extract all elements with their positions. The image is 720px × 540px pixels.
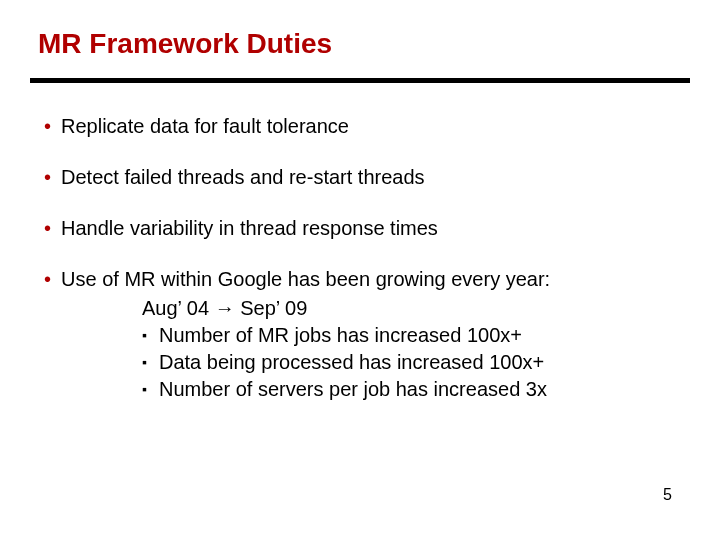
sub-bullet-text: Number of MR jobs has increased 100x+: [159, 323, 522, 348]
page-number: 5: [663, 486, 672, 504]
sub-bullet-item: ▪ Data being processed has increased 100…: [142, 350, 680, 375]
bullet-item: • Detect failed threads and re-start thr…: [44, 165, 680, 190]
bullet-dot-icon: •: [44, 114, 51, 139]
square-bullet-icon: ▪: [142, 350, 147, 375]
slide: MR Framework Duties • Replicate data for…: [0, 0, 720, 540]
bullet-text: Handle variability in thread response ti…: [61, 216, 680, 241]
bullet-text: Detect failed threads and re-start threa…: [61, 165, 680, 190]
sub-bullet-text: Data being processed has increased 100x+: [159, 350, 544, 375]
bullet-dot-icon: •: [44, 216, 51, 241]
bullet-item: • Handle variability in thread response …: [44, 216, 680, 241]
sub-bullet-text: Number of servers per job has increased …: [159, 377, 547, 402]
bullet-item: • Replicate data for fault tolerance: [44, 114, 680, 139]
sub-bullet-item: ▪ Number of servers per job has increase…: [142, 377, 680, 402]
bullet-text: Use of MR within Google has been growing…: [61, 267, 680, 292]
sub-bullet-item: ▪ Number of MR jobs has increased 100x+: [142, 323, 680, 348]
bullet-dot-icon: •: [44, 165, 51, 190]
bullet-item: • Use of MR within Google has been growi…: [44, 267, 680, 292]
bullet-dot-icon: •: [44, 267, 51, 292]
bullet-text: Replicate data for fault tolerance: [61, 114, 680, 139]
square-bullet-icon: ▪: [142, 323, 147, 348]
sub-bullet-dateline: Aug’ 04 → Sep’ 09: [142, 296, 680, 321]
title-divider: [30, 78, 690, 83]
slide-body: • Replicate data for fault tolerance • D…: [44, 114, 680, 404]
square-bullet-icon: ▪: [142, 377, 147, 402]
sub-bullet-list: Aug’ 04 → Sep’ 09 ▪ Number of MR jobs ha…: [142, 296, 680, 402]
slide-title: MR Framework Duties: [38, 28, 332, 60]
